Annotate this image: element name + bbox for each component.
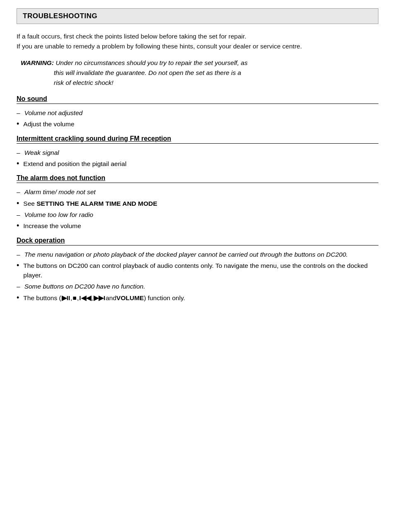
section-intermittent-crackling: Intermittent crackling sound during FM r… [17,135,378,169]
intermittent-list: Weak signal Extend and position the pigt… [17,148,378,169]
warning-text-line1: Under no circumstances should you try to… [55,59,248,66]
no-sound-list: Volume not adjusted Adjust the volume [17,108,378,129]
warning-text-indent: this will invalidate the guarantee. Do n… [21,68,378,88]
button-symbol-stop: ■ [73,293,77,303]
button-symbol-play: ▶II [62,293,70,303]
list-item: The buttons on DC200 can control playbac… [17,261,378,280]
section-heading-dock: Dock operation [17,237,378,246]
dock-list: The menu navigation or photo playback of… [17,250,378,303]
list-item: Weak signal [17,148,378,157]
troubleshooting-header: TROUBLESHOOTING [17,8,378,24]
list-item: See SETTING THE ALARM TIME AND MODE [17,199,378,208]
section-dock-operation: Dock operation The menu navigation or ph… [17,237,378,303]
button-symbol-volume: VOLUME [116,293,144,303]
button-symbol-prev: I◀◀ [79,293,91,303]
warning-label: WARNING: [21,59,54,66]
list-item: Some buttons on DC200 have no function. [17,282,378,291]
list-item: The buttons ( ▶II, ■, I◀◀, ▶▶I and VOLUM… [17,293,378,303]
section-no-sound: No sound Volume not adjusted Adjust the … [17,95,378,129]
list-item: Alarm time/ mode not set [17,187,378,197]
section-heading-alarm: The alarm does not function [17,174,378,183]
list-item: The menu navigation or photo playback of… [17,250,378,259]
header-title: TROUBLESHOOTING [23,12,97,20]
alarm-bold-ref: SETTING THE ALARM TIME AND MODE [36,200,157,207]
list-item: Adjust the volume [17,119,378,129]
section-heading-no-sound: No sound [17,95,378,104]
button-symbol-next: ▶▶I [94,293,105,303]
alarm-list: Alarm time/ mode not set See SETTING THE… [17,187,378,231]
section-heading-intermittent: Intermittent crackling sound during FM r… [17,135,378,144]
warning-block: WARNING: Under no circumstances should y… [17,58,378,88]
list-item: Volume not adjusted [17,108,378,118]
intro-paragraph: If a fault occurs, first check the point… [17,31,378,51]
buttons-line: The buttons ( ▶II, ■, I◀◀, ▶▶I and VOLUM… [23,293,185,303]
list-item: Extend and position the pigtail aerial [17,159,378,169]
list-item: Increase the volume [17,221,378,231]
section-alarm: The alarm does not function Alarm time/ … [17,174,378,231]
list-item: Volume too low for radio [17,210,378,219]
